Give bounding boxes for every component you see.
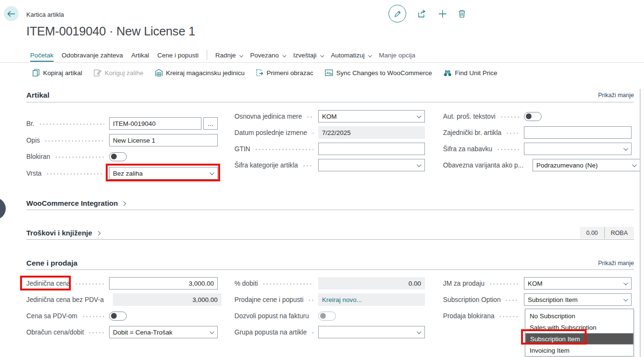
- chevron-down-icon: [417, 329, 422, 334]
- kreiraj-novo-link[interactable]: Kreiraj novo...: [322, 296, 362, 303]
- menu-izvestaji[interactable]: Izveštaji: [293, 52, 323, 59]
- section-divider: [26, 102, 634, 102]
- cene-show-less-link[interactable]: Prikaži manje: [598, 260, 634, 267]
- dotted-leader: [499, 316, 519, 317]
- action-koriguj-zalihe[interactable]: Koriguj zalihe: [94, 69, 144, 77]
- action-kopiraj-artikal[interactable]: Kopiraj artikal: [33, 69, 82, 77]
- tab-odobravanje-zahteva[interactable]: Odobravanje zahteva: [62, 52, 123, 59]
- tab-artikal[interactable]: Artikal: [131, 52, 149, 59]
- aut-pros-tekstovi-toggle[interactable]: [524, 112, 542, 121]
- sifra-za-nabavku-select[interactable]: [524, 143, 632, 155]
- breadcrumb[interactable]: Kartica artikla: [26, 11, 64, 18]
- field-label: Obavezna varijanta ako p...: [443, 162, 523, 169]
- artikal-show-less-link[interactable]: Prikaži manje: [598, 92, 634, 99]
- action-kreiraj-magacinsku-jedinicu[interactable]: Kreiraj magacinsku jedinicu: [155, 69, 244, 77]
- action-find-unit-price[interactable]: Find Unit Price: [444, 69, 498, 77]
- section-cene-header[interactable]: Cene i prodaja: [26, 259, 78, 268]
- field-label: Blokiran: [26, 153, 50, 160]
- blokiran-toggle[interactable]: [109, 152, 127, 161]
- opis-input[interactable]: [109, 134, 218, 146]
- chevron-down-icon: [210, 170, 214, 175]
- floating-widget[interactable]: [0, 198, 6, 220]
- dotted-leader: [306, 116, 313, 118]
- chevron-down-icon: [368, 53, 372, 57]
- chevron-down-icon: [632, 162, 637, 167]
- dozvoli-popust-toggle[interactable]: [318, 312, 336, 321]
- field-row-jedinicna-cena: Jedinična cena: [26, 277, 218, 290]
- field-label: Grupa popusta na artikle: [234, 329, 307, 336]
- vrsta-select[interactable]: Bez zaliha: [109, 167, 218, 179]
- dropdown-option-invoicing-item[interactable]: Invoicing Item: [525, 345, 633, 356]
- page-title: ITEM-0019040 · New License 1: [26, 24, 195, 38]
- share-button[interactable]: [418, 10, 427, 18]
- field-row-prodajne-cene: Prodajne cene i popusti Kreiraj novo...: [234, 293, 425, 306]
- cena-sa-pdv-toggle[interactable]: [109, 312, 127, 321]
- dotted-leader: [88, 332, 104, 334]
- chevron-right-icon: [122, 201, 126, 206]
- menu-bar: Početak Odobravanje zahteva Artikal Cene…: [30, 49, 415, 61]
- menu-manje-opcija[interactable]: Manje opcija: [379, 52, 415, 59]
- zajednicki-br-input[interactable]: [524, 126, 632, 139]
- jedinicna-cena-input[interactable]: [109, 277, 218, 290]
- jedinicna-cena-bez-pdv-field: 3,000.00: [113, 293, 222, 306]
- grupa-popusta-select[interactable]: [318, 326, 425, 338]
- subscription-option-select[interactable]: Subscription Item: [524, 293, 632, 306]
- dotted-leader: [44, 140, 104, 142]
- delete-button[interactable]: [458, 10, 466, 18]
- menu-povezano[interactable]: Povezano: [250, 52, 285, 59]
- new-button[interactable]: [438, 10, 447, 18]
- adjust-inventory-icon: [94, 69, 101, 77]
- menu-radnje[interactable]: Radnje: [215, 52, 242, 59]
- dotted-leader: [255, 149, 313, 150]
- section-woocommerce-header[interactable]: WooCommerce Integration: [26, 199, 125, 208]
- tab-cene-i-popusti[interactable]: Cene i popusti: [157, 52, 199, 59]
- dropdown-option-subscription-item[interactable]: Subscription Item: [525, 333, 633, 345]
- field-label: Jedinična cena: [26, 280, 70, 287]
- section-troskovi-header[interactable]: Troškovi i knjiženje: [26, 229, 100, 237]
- back-button[interactable]: [4, 6, 19, 21]
- br-input[interactable]: [109, 117, 201, 130]
- gtin-input[interactable]: [318, 143, 425, 155]
- field-row-jedinicna-cena-bez-pdv: Jedinična cena bez PDV-a 3,000.00: [26, 293, 218, 306]
- field-row-osnovna-jedinica: Osnovna jedinica mere KOM: [234, 110, 425, 123]
- posting-group-tile[interactable]: ROBA: [604, 227, 634, 239]
- osnovna-jedinica-select[interactable]: KOM: [318, 110, 425, 123]
- chevron-down-icon: [623, 280, 628, 285]
- action-bar: Kopiraj artikal Koriguj zalihe Kreiraj m…: [33, 67, 497, 79]
- jm-za-prodaju-select[interactable]: KOM: [524, 277, 632, 290]
- menu-automatizuj[interactable]: Automatizuj: [331, 52, 371, 59]
- warehouse-unit-icon: [155, 69, 163, 77]
- field-label: % dobiti: [234, 280, 258, 287]
- obavezna-varijanta-select[interactable]: Podrazumevano (Ne): [533, 159, 640, 171]
- dotted-leader: [82, 316, 104, 317]
- sifra-kategorije-select[interactable]: [318, 159, 425, 171]
- assist-button[interactable]: …: [203, 117, 218, 130]
- action-primeni-obrazac[interactable]: Primeni obrazac: [256, 69, 313, 77]
- field-row-gtin: GTIN: [234, 143, 425, 155]
- chevron-down-icon: [282, 53, 286, 57]
- tab-pocetak[interactable]: Početak: [30, 52, 54, 62]
- obracun-cena-dobit-select[interactable]: Dobit = Cena-Trošak: [109, 326, 218, 338]
- dropdown-option-no-subscription[interactable]: No Subscription: [525, 310, 633, 322]
- subscription-option-dropdown: No Subscription Sales with Subscription …: [525, 309, 634, 357]
- chevron-down-icon: [623, 297, 628, 301]
- action-sync-woocommerce[interactable]: Ab Sync Changes to WooCommerce: [325, 69, 432, 77]
- field-label: Prodaja blokirana: [443, 312, 494, 320]
- chevron-right-icon: [96, 231, 100, 236]
- scrollbar[interactable]: [640, 89, 641, 357]
- field-row-aut-pros-tekstovi: Aut. proš. tekstovi: [443, 110, 632, 123]
- unit-cost-tile[interactable]: 0.00: [580, 227, 604, 239]
- field-label: Jedinična cena bez PDV-a: [26, 296, 104, 303]
- field-row-blokiran: Blokiran: [26, 150, 218, 163]
- section-artikal-header[interactable]: Artikal: [26, 91, 49, 100]
- dropdown-option-sales-with-subscription[interactable]: Sales with Subscription: [525, 322, 633, 333]
- dotted-leader: [311, 133, 313, 134]
- field-row-br: Br. …: [26, 117, 218, 130]
- dotted-leader: [311, 332, 313, 334]
- field-row-grupa-popusta: Grupa popusta na artikle: [234, 326, 425, 338]
- dotted-leader: [39, 123, 104, 125]
- field-label: Br.: [26, 120, 34, 127]
- trash-icon: [458, 10, 466, 18]
- pencil-icon: [394, 10, 401, 18]
- edit-button[interactable]: [389, 5, 406, 22]
